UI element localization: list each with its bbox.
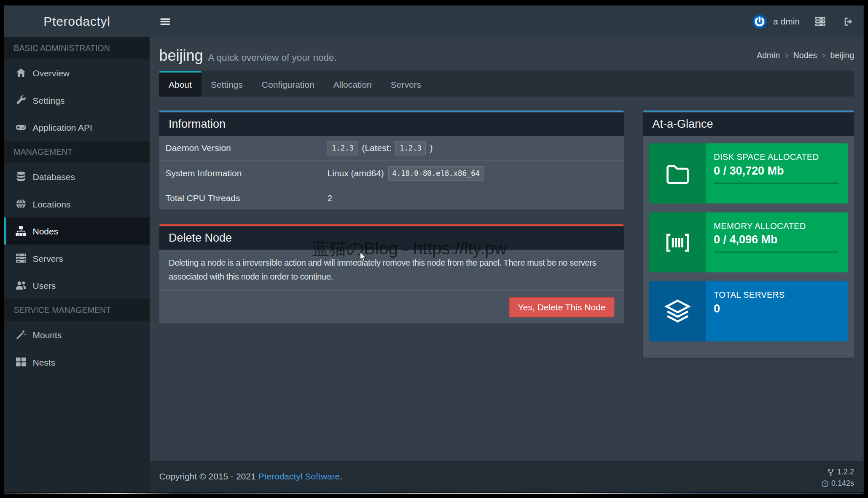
sidebar-item-nodes[interactable]: Nodes — [4, 218, 150, 245]
breadcrumb-nodes[interactable]: Nodes — [793, 51, 817, 60]
mouse-cursor — [360, 252, 367, 262]
stat-card-value: 0 — [714, 302, 838, 316]
sidebar-item-locations[interactable]: Locations — [4, 190, 150, 218]
sidebar-item-nests[interactable]: Nests — [4, 348, 150, 376]
stat-card-label: MEMORY ALLOCATED — [714, 221, 838, 231]
main-content: beijingA quick overview of your node. Ad… — [150, 37, 864, 493]
servers-nav-button[interactable] — [806, 5, 835, 37]
th-large-icon — [16, 357, 27, 368]
sidebar-item-mounts[interactable]: Mounts — [4, 321, 150, 349]
stat-card-label: DISK SPACE ALLOCATED — [714, 152, 838, 162]
sidebar-item-label: Settings — [33, 95, 65, 105]
sidebar-section-header: SERVICE MANAGEMENT — [4, 299, 150, 321]
copyright: Copyright © 2015 - 2021 Pterodactyl Soft… — [159, 471, 343, 481]
info-row: System InformationLinux (amd64)4.18.0-80… — [159, 161, 624, 186]
breadcrumb: Admin>Nodes>beijing — [757, 51, 854, 60]
stat-card-content: TOTAL SERVERS0 — [706, 281, 848, 342]
tab-servers[interactable]: Servers — [381, 71, 430, 97]
breadcrumb-separator: > — [785, 51, 789, 60]
globe-icon — [16, 199, 27, 210]
sidebar-section-header: MANAGEMENT — [4, 141, 150, 163]
sign-out-icon — [844, 16, 855, 27]
sidebar-item-label: Locations — [33, 199, 71, 209]
sidebar-section-header: BASIC ADMINISTRATION — [4, 37, 150, 59]
wrench-icon — [16, 95, 27, 106]
sitemap-icon — [16, 226, 27, 237]
sidebar-item-servers[interactable]: Servers — [4, 245, 150, 272]
home-icon — [16, 67, 27, 78]
page-subtitle: A quick overview of your node. — [208, 52, 337, 63]
sidebar-item-settings[interactable]: Settings — [4, 86, 150, 114]
sidebar-item-application-api[interactable]: Application API — [4, 114, 150, 141]
pterodactyl-software-link[interactable]: Pterodactyl Software — [258, 471, 340, 481]
sidebar-toggle-button[interactable] — [150, 5, 180, 37]
value-text: Linux (amd64) — [328, 167, 384, 180]
users-icon — [16, 280, 27, 291]
information-panel: Information Daemon Version1.2.3(Latest:1… — [159, 110, 624, 210]
folder-icon — [664, 160, 691, 187]
stat-card-progress — [714, 183, 838, 184]
info-row-value: Linux (amd64)4.18.0-80.el8.x86_64 — [328, 166, 618, 181]
content-header: beijingA quick overview of your node. Ad… — [150, 37, 864, 65]
breadcrumb-beijing: beijing — [830, 51, 854, 60]
stat-card-icon-box — [649, 281, 706, 342]
watermark: 蓝猫のBlog - https://lty.pw — [312, 237, 507, 260]
user-menu[interactable]: a dmin — [745, 5, 806, 37]
tab-about[interactable]: About — [159, 71, 202, 97]
pterodactyl-admin-app: Pterodactyl a dmin BASIC ADMINISTRATI — [4, 5, 864, 493]
stat-card-value: 0 / 4,096 Mb — [714, 233, 838, 247]
navbar-right: a dmin — [745, 5, 855, 37]
info-row-value: 2 — [328, 191, 618, 205]
stat-card-total-servers: TOTAL SERVERS0 — [649, 281, 848, 342]
value-text: 2 — [328, 191, 333, 205]
hamburger-icon — [159, 16, 170, 27]
user-avatar — [752, 13, 768, 30]
username: a dmin — [773, 16, 800, 27]
tab-configuration[interactable]: Configuration — [252, 71, 324, 97]
code-chip: 1.2.3 — [395, 141, 426, 156]
information-panel-title: Information — [159, 113, 624, 136]
delete-node-button[interactable]: Yes, Delete This Node — [509, 297, 615, 318]
sidebar-item-label: Overview — [33, 68, 70, 78]
code-fork-icon — [827, 468, 835, 476]
value-text: (Latest: — [362, 142, 391, 155]
copyright-text: Copyright © 2015 - 2021 — [159, 471, 258, 481]
info-row-label: System Information — [166, 167, 328, 180]
screen-edge-sliver — [4, 493, 863, 494]
stat-card-value: 0 / 30,720 Mb — [714, 164, 838, 178]
delete-panel-footer: Yes, Delete This Node — [159, 290, 624, 324]
server-icon — [16, 253, 27, 264]
info-row: Daemon Version1.2.3(Latest:1.2.3) — [159, 136, 624, 161]
sidebar-item-overview[interactable]: Overview — [4, 59, 150, 87]
layers-icon — [664, 298, 691, 325]
stat-card-content: DISK SPACE ALLOCATED0 / 30,720 Mb — [706, 143, 848, 204]
sidebar-item-label: Application API — [33, 122, 92, 132]
sidebar-item-label: Nodes — [33, 226, 59, 236]
brand-logo[interactable]: Pterodactyl — [4, 5, 150, 37]
database-icon — [16, 171, 27, 182]
clock-icon — [821, 480, 829, 487]
top-navbar: Pterodactyl a dmin — [4, 5, 864, 37]
sidebar-item-label: Databases — [33, 172, 75, 182]
logout-button[interactable] — [835, 5, 856, 37]
stat-card-label: TOTAL SERVERS — [714, 290, 838, 300]
load-time: 0.142s — [821, 477, 854, 489]
node-tabs: AboutSettingsConfigurationAllocationServ… — [159, 71, 855, 97]
breadcrumb-admin[interactable]: Admin — [757, 51, 780, 60]
memory-icon — [664, 229, 691, 256]
sidebar-item-label: Mounts — [33, 330, 62, 340]
sidebar-item-label: Nests — [33, 357, 56, 367]
footer-meta: 1.2.2 0.142s — [821, 466, 854, 489]
sidebar-item-label: Users — [33, 280, 56, 291]
gamepad-icon — [16, 122, 27, 133]
tab-settings[interactable]: Settings — [201, 71, 252, 97]
copyright-period: . — [340, 471, 342, 481]
sidebar-item-databases[interactable]: Databases — [4, 163, 150, 191]
server-nav-icon — [815, 16, 826, 27]
value-text: ) — [430, 142, 433, 155]
sidebar: BASIC ADMINISTRATIONOverviewSettingsAppl… — [4, 37, 150, 493]
stat-card-content: MEMORY ALLOCATED0 / 4,096 Mb — [706, 213, 848, 273]
tab-allocation[interactable]: Allocation — [324, 71, 381, 97]
info-row: Total CPU Threads2 — [159, 186, 624, 210]
sidebar-item-users[interactable]: Users — [4, 272, 150, 299]
